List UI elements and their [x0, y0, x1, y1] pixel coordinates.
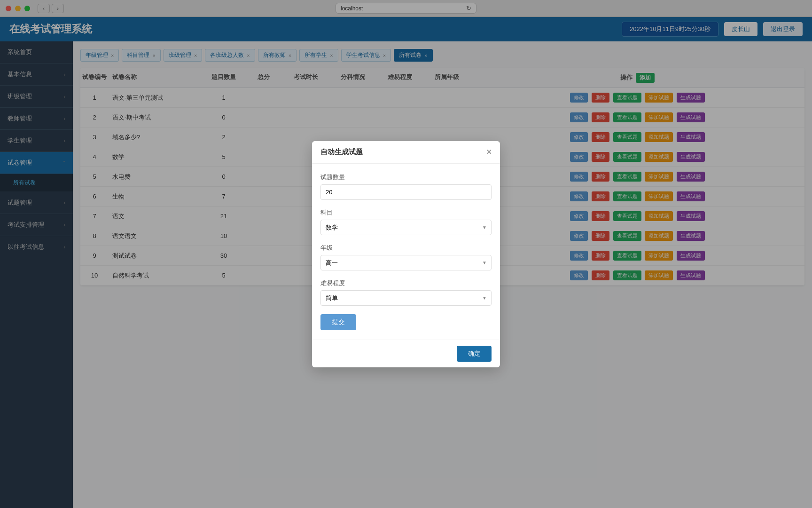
diff-label: 难易程度 [320, 279, 492, 287]
form-group-diff: 难易程度 简单 中等 困难 [320, 279, 492, 306]
form-group-grade: 年级 高一 高二 高三 初一 初二 初三 [320, 244, 492, 270]
grade-select-wrapper: 高一 高二 高三 初一 初二 初三 [320, 255, 492, 270]
modal-overlay[interactable]: 自动生成试题 × 试题数量 科目 数学 语文 英语 物理 化学 生物 [0, 0, 812, 508]
auto-gen-modal: 自动生成试题 × 试题数量 科目 数学 语文 英语 物理 化学 生物 [312, 141, 500, 367]
diff-select-wrapper: 简单 中等 困难 [320, 290, 492, 306]
modal-header: 自动生成试题 × [312, 141, 500, 164]
modal-close-button[interactable]: × [486, 148, 492, 156]
form-group-count: 试题数量 [320, 173, 492, 200]
count-label: 试题数量 [320, 173, 492, 182]
modal-title: 自动生成试题 [320, 148, 363, 157]
modal-body: 试题数量 科目 数学 语文 英语 物理 化学 生物 年级 [312, 164, 500, 340]
confirm-button[interactable]: 确定 [457, 346, 492, 362]
subject-label: 科目 [320, 208, 492, 217]
diff-select[interactable]: 简单 中等 困难 [320, 290, 492, 306]
modal-footer: 确定 [312, 340, 500, 367]
subject-select[interactable]: 数学 语文 英语 物理 化学 生物 [320, 220, 492, 235]
count-input[interactable] [320, 184, 492, 200]
submit-button[interactable]: 提交 [320, 314, 356, 330]
submit-section: 提交 [320, 314, 492, 330]
form-group-subject: 科目 数学 语文 英语 物理 化学 生物 [320, 208, 492, 235]
grade-select[interactable]: 高一 高二 高三 初一 初二 初三 [320, 255, 492, 270]
subject-select-wrapper: 数学 语文 英语 物理 化学 生物 [320, 220, 492, 235]
grade-label: 年级 [320, 244, 492, 252]
